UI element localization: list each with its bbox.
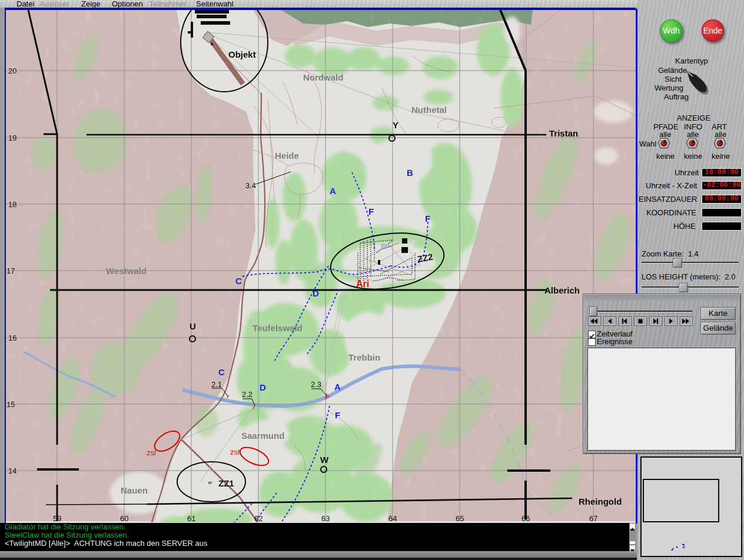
svg-text:zsl: zsl [147, 448, 156, 457]
svg-text:3.4: 3.4 [245, 181, 256, 190]
svg-text:63: 63 [321, 514, 330, 522]
svg-text:62: 62 [254, 514, 263, 522]
svg-text:2.1: 2.1 [211, 380, 222, 389]
svg-text:rr: rr [208, 480, 212, 485]
svg-text:Y: Y [393, 120, 398, 130]
svg-text:A: A [330, 186, 336, 196]
svg-text:U: U [190, 321, 196, 331]
svg-text:F: F [368, 206, 374, 216]
svg-text:Tristan: Tristan [549, 128, 578, 138]
svg-text:Teufelswald: Teufelswald [253, 323, 303, 333]
svg-text:20: 20 [8, 66, 16, 75]
svg-text:16: 16 [8, 334, 16, 342]
svg-text:D: D [260, 382, 266, 392]
svg-text:61: 61 [187, 514, 195, 522]
svg-text:65: 65 [456, 514, 464, 522]
svg-text:Ari: Ari [356, 279, 369, 289]
svg-text:Rheingold: Rheingold [579, 496, 622, 506]
svg-text:60: 60 [120, 514, 128, 522]
svg-text:A: A [334, 382, 341, 392]
svg-text:F: F [425, 214, 430, 224]
svg-text:W: W [320, 455, 329, 465]
svg-text:18: 18 [8, 200, 16, 209]
svg-text:D: D [313, 288, 319, 298]
svg-text:ZZ1: ZZ1 [218, 478, 234, 488]
svg-text:C: C [218, 367, 225, 377]
svg-text:15: 15 [6, 400, 15, 409]
svg-text:zsl: zsl [230, 448, 240, 456]
svg-text:Heide: Heide [275, 151, 299, 161]
svg-text:Nauen: Nauen [121, 485, 148, 495]
svg-text:F: F [335, 410, 340, 420]
svg-text:Saarmund: Saarmund [241, 431, 284, 441]
svg-text:C: C [235, 276, 242, 286]
svg-text:Westwald: Westwald [106, 266, 147, 276]
svg-text:Nordwald: Nordwald [303, 72, 343, 82]
svg-text:2.2: 2.2 [242, 390, 253, 399]
svg-text:14: 14 [8, 466, 16, 475]
svg-text:64: 64 [388, 514, 397, 522]
svg-text:67: 67 [589, 514, 597, 522]
svg-text:Alberich: Alberich [544, 285, 580, 295]
svg-text:Objekt: Objekt [228, 49, 256, 59]
svg-text:19: 19 [8, 134, 16, 142]
svg-text:17: 17 [6, 266, 15, 275]
svg-text:Nuthetal: Nuthetal [411, 105, 447, 115]
svg-text:Trebbin: Trebbin [348, 352, 380, 362]
svg-text:B: B [407, 168, 413, 178]
svg-text:2.3: 2.3 [311, 380, 321, 389]
